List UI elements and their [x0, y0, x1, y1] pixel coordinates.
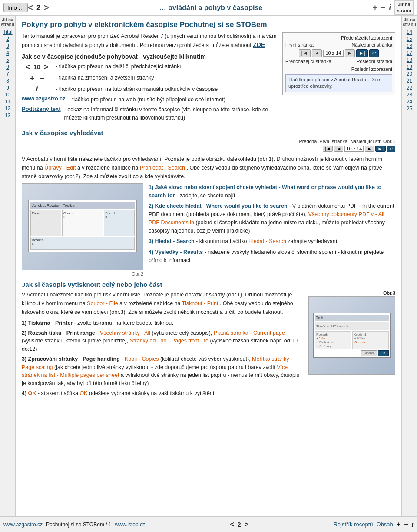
- sidebar-item-24[interactable]: 24: [407, 99, 412, 105]
- search-image-inner: Acrobat Reader - Toolbar Panel1 Content2…: [22, 184, 143, 270]
- nav-bottom-labels: Předcházející stránka Poslední stránka: [285, 59, 392, 64]
- zoom-plus-btn[interactable]: +: [373, 3, 377, 12]
- print-item4-rest1: - stiskem tlačítka: [38, 390, 80, 396]
- prohledat-search-link[interactable]: Prohledat - Search: [140, 165, 185, 171]
- obr1-back-btn[interactable]: ↩: [387, 146, 395, 152]
- nav-next-btn[interactable]: >: [44, 3, 49, 13]
- nav-prev-btn[interactable]: <: [28, 3, 33, 13]
- sidebar-item-19[interactable]: 19: [407, 64, 412, 70]
- search-text3: . Obě cesty vedou do stejného vyhledávac…: [22, 165, 382, 180]
- nav-left-arrow[interactable]: <: [26, 63, 30, 72]
- sidebar-item-11[interactable]: 11: [5, 99, 10, 105]
- sidebar-item-8[interactable]: 8: [6, 78, 9, 84]
- info-button[interactable]: Info …: [3, 3, 28, 12]
- search-heading: Jak v časopise vyhledávat: [22, 129, 395, 136]
- footer-minus-btn[interactable]: −: [404, 521, 408, 529]
- zoom-minus[interactable]: −: [40, 74, 44, 83]
- print-item3-num: 3): [22, 356, 26, 362]
- btn-row-5: Podtržený text - odkaz na informaci či s…: [22, 106, 278, 122]
- zde-link[interactable]: ZDE: [253, 41, 265, 48]
- search-intro-text: V Acrobatu v horní liště naleznete tlačí…: [22, 155, 395, 181]
- prvni-stranka-mini: První stránka: [319, 139, 348, 144]
- sidebar-item-4[interactable]: 4: [6, 50, 9, 56]
- sidebar-item-16[interactable]: 16: [407, 43, 412, 49]
- search-list-item-1: 1) Jaké slovo nebo slovní spojení chcete…: [149, 183, 395, 200]
- sidebar-item-20[interactable]: 20: [407, 71, 412, 77]
- info-icon-btn[interactable]: i: [389, 3, 391, 12]
- print-item3-r1: (kolikrát chcete váš výběr vytisknout),: [160, 356, 252, 362]
- print-item2-all: Všechny stránky - All: [100, 330, 150, 336]
- sidebar-item-14[interactable]: 14: [407, 29, 412, 35]
- sidebar-item-9[interactable]: 9: [6, 85, 9, 91]
- obr1-prev-btn[interactable]: ◄: [334, 146, 343, 152]
- footer-rejstrik-link[interactable]: Rejstřík receptů: [333, 521, 373, 528]
- search-list-item-2: 2) Kde chcete hledat - Where would you l…: [149, 202, 395, 235]
- nav-first-btn[interactable]: |◄: [299, 49, 311, 57]
- sidebar-item-17[interactable]: 17: [407, 50, 412, 56]
- btn-row-1: < 10 > - tlačítka pro přesun na další či…: [22, 63, 278, 72]
- sidebar-item-25[interactable]: 25: [407, 106, 412, 112]
- obr1-nav-buttons: |◄ ◄ 10 z 14 ► ►| ↩: [22, 146, 395, 152]
- footer-obsah-link[interactable]: Obsah: [377, 521, 393, 528]
- nav-page-10: 10: [33, 63, 40, 70]
- print-list-item-4: 4) OK - stiskem tlačítka OK odešlete vyb…: [22, 389, 303, 398]
- print-item4-bold: OK: [28, 390, 36, 396]
- footer-istob-link[interactable]: www.istob.cz: [115, 522, 145, 528]
- print-screenshot: Tisk Tiskárna: HP LaserJet Rozsah● Vše○ …: [308, 296, 395, 375]
- footer-azgastro-link[interactable]: www.azgastro.cz: [3, 522, 43, 528]
- info-btn-i[interactable]: i: [36, 85, 38, 93]
- main-title: Pokyny pro pohyb v elektronickém časopis…: [22, 20, 395, 30]
- nav-back-btn[interactable]: ↩: [369, 49, 379, 57]
- sidebar-item-15[interactable]: 15: [407, 36, 412, 42]
- print-item4-ok-link: OK: [79, 390, 87, 396]
- sidebar-item-18[interactable]: 18: [407, 57, 412, 63]
- sidebar-item-12[interactable]: 12: [5, 106, 10, 112]
- search-image-col: Acrobat Reader - Toolbar Panel1 Content2…: [22, 183, 143, 276]
- nav-diagram-container: Předcházející zobrazení První stránka Ná…: [282, 32, 395, 125]
- sidebar-item-3[interactable]: 3: [6, 43, 9, 49]
- nav-last-btn[interactable]: ►|: [356, 49, 368, 57]
- zoom-minus-btn[interactable]: −: [381, 3, 386, 12]
- nav-diagram: Předcházející zobrazení První stránka Ná…: [282, 32, 395, 95]
- sidebar-item-5[interactable]: 5: [6, 57, 9, 63]
- footer-plus-btn[interactable]: +: [397, 521, 400, 529]
- print-item1-num: 1): [22, 320, 26, 326]
- footer-info-btn[interactable]: i: [412, 521, 414, 529]
- soubor-file-link[interactable]: Soubor - File: [87, 300, 118, 306]
- obr1-first-btn[interactable]: |◄: [323, 146, 333, 152]
- footer-nav-prev[interactable]: <: [230, 521, 234, 529]
- tisknout-print-link[interactable]: Tisknout - Print: [182, 300, 218, 306]
- sidebar-item-7[interactable]: 7: [6, 71, 9, 77]
- jak-se-pohybovat-heading: Jak se v časopise jednoduše pohybovat - …: [22, 53, 278, 60]
- search-item3-num: 3): [149, 238, 153, 244]
- footer-nav-next[interactable]: >: [245, 521, 248, 529]
- podtrzeny-text[interactable]: Podtržený text: [22, 106, 61, 112]
- sidebar-item-6[interactable]: 6: [6, 64, 9, 70]
- obr1-next-btn[interactable]: ►: [365, 146, 374, 152]
- zoom-plus[interactable]: +: [30, 74, 34, 83]
- sidebar-item-2[interactable]: 2: [6, 36, 9, 42]
- btn-desc-www: - tlačítko pro přesun na web (musíte být…: [69, 96, 278, 104]
- www-link[interactable]: www.azgastro.cz: [22, 96, 65, 102]
- sidebar-item-23[interactable]: 23: [407, 92, 412, 98]
- print-item3-dash: -: [121, 356, 125, 362]
- search-screenshot: Acrobat Reader - Toolbar Panel1 Content2…: [22, 183, 143, 270]
- search-list-item-3: 3) Hledat - Search - kliknutím na tlačít…: [149, 237, 395, 246]
- footer-page-num: 2: [238, 521, 241, 528]
- nav-next-page-btn[interactable]: ►: [345, 49, 355, 57]
- btn-desc-zoom: - tlačítka na zmenšení a zvětšení stránk…: [56, 74, 278, 82]
- nav-right-arrow[interactable]: >: [44, 63, 49, 72]
- sidebar-item-21[interactable]: 21: [407, 78, 412, 84]
- nav-page-count: 10 z 14: [323, 50, 343, 57]
- upravy-edit-link[interactable]: Úpravy - Edit: [44, 165, 76, 171]
- sidebar-item-10[interactable]: 10: [5, 92, 10, 98]
- obr1-last-btn[interactable]: ►|: [375, 146, 386, 152]
- sidebar-item-titul[interactable]: Titul: [3, 29, 12, 35]
- nav-prev-page-btn[interactable]: ◄: [312, 49, 322, 57]
- print-item1-rest: - zvolte tiskárnu, na které budete tiskn…: [74, 320, 173, 326]
- print-intro-text: V Acrobatu naleznete tlačítko pro tisk v…: [22, 290, 303, 316]
- intro-paragraph: Tento manuál je zpracován pro prohlížeč …: [22, 33, 276, 48]
- print-item4-rest2: odešlete vybrané stránky na vaši tiskárn…: [89, 390, 214, 396]
- sidebar-item-13[interactable]: 13: [5, 113, 10, 119]
- sidebar-item-22[interactable]: 22: [407, 85, 412, 91]
